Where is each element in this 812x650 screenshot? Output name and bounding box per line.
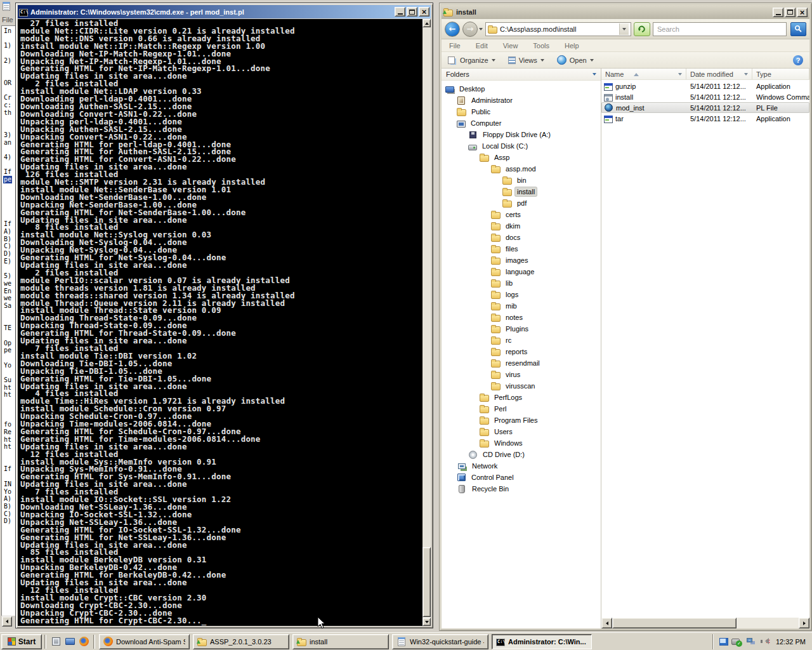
- column-filter-caret-icon[interactable]: [678, 73, 682, 77]
- explorer-close-button[interactable]: [797, 8, 808, 17]
- views-button[interactable]: Views: [508, 56, 544, 64]
- tree-item[interactable]: notes: [442, 312, 601, 323]
- tree-item[interactable]: Floppy Disk Drive (A:): [442, 129, 601, 140]
- open-button[interactable]: Open: [557, 55, 594, 65]
- start-button[interactable]: Start: [1, 634, 42, 649]
- scroll-left-button[interactable]: [601, 618, 612, 628]
- tree-item[interactable]: Administrator: [442, 95, 601, 106]
- tree-item[interactable]: rc: [442, 335, 601, 346]
- tree-item[interactable]: Local Disk (C:): [442, 140, 601, 152]
- tree-item[interactable]: images: [442, 255, 601, 266]
- scroll-up-button[interactable]: [422, 19, 431, 27]
- organize-button[interactable]: Organize: [448, 56, 495, 64]
- file-row[interactable]: tar 5/14/2011 12:12... Application: [601, 113, 809, 124]
- tree-item[interactable]: resendmail: [442, 357, 601, 369]
- menu-item[interactable]: File: [449, 42, 461, 50]
- tree-item[interactable]: language: [442, 266, 601, 277]
- forward-button[interactable]: →: [462, 22, 478, 37]
- file-type: Windows Comma: [752, 93, 809, 101]
- quicklaunch-firefox-icon[interactable]: [77, 635, 90, 648]
- tree-item[interactable]: bin: [442, 175, 601, 186]
- taskbar-task-button[interactable]: ASSP_2.0.1_3.0.23: [193, 634, 289, 649]
- tree-item[interactable]: PerfLogs: [442, 392, 601, 403]
- tree-item[interactable]: Users: [442, 426, 601, 437]
- scroll-down-button[interactable]: [422, 618, 431, 626]
- explorer-title-bar[interactable]: install: [442, 5, 809, 19]
- cmd-maximize-button[interactable]: [407, 7, 417, 17]
- volume-muted-icon[interactable]: ✕: [761, 637, 770, 646]
- tree-item[interactable]: Computer: [442, 117, 601, 129]
- column-date-modified[interactable]: Date modified: [686, 69, 752, 79]
- tree-item[interactable]: Control Panel: [442, 472, 601, 483]
- tree-item[interactable]: Plugins: [442, 323, 601, 335]
- explorer-minimize-button[interactable]: [773, 8, 783, 17]
- remote-desktop-tray-icon[interactable]: [719, 638, 728, 646]
- scrollbar-thumb[interactable]: [422, 547, 431, 617]
- tree-item[interactable]: virus: [442, 369, 601, 380]
- file-row[interactable]: install 5/14/2011 12:12... Windows Comma: [601, 91, 809, 102]
- taskbar-clock[interactable]: 12:32 PM: [773, 638, 806, 646]
- help-button[interactable]: ?: [793, 55, 803, 65]
- chevron-down-icon: [492, 59, 495, 63]
- tree-item[interactable]: mib: [442, 300, 601, 312]
- terminal-scrollbar[interactable]: [422, 19, 431, 626]
- tree-item[interactable]: certs: [442, 209, 601, 220]
- cmd-title-bar[interactable]: Administrator: C:\Windows\system32\cmd.e…: [18, 5, 431, 18]
- history-caret-icon[interactable]: [479, 28, 483, 32]
- refresh-button[interactable]: [634, 22, 650, 36]
- tree-item[interactable]: assp.mod: [442, 163, 601, 175]
- address-bar[interactable]: C:\Assp\assp.mod\install: [485, 22, 631, 36]
- network-tray-icon[interactable]: [747, 638, 752, 642]
- safely-remove-hardware-icon[interactable]: [731, 639, 740, 645]
- tree-item[interactable]: Windows: [442, 437, 601, 449]
- tree-item[interactable]: install: [442, 186, 601, 197]
- quicklaunch-show-desktop-icon[interactable]: [63, 635, 76, 648]
- taskbar-task-button[interactable]: Download Anti-Spam SM...: [99, 634, 190, 649]
- menu-item[interactable]: Help: [565, 42, 579, 50]
- menu-item[interactable]: View: [503, 42, 518, 50]
- tree-item[interactable]: virusscan: [442, 380, 601, 392]
- tree-item[interactable]: Program Files: [442, 415, 601, 426]
- tree-item[interactable]: Public: [442, 106, 601, 117]
- tree-item[interactable]: logs: [442, 289, 601, 300]
- notepad-scroll-left-button[interactable]: [2, 616, 12, 627]
- cmd-close-button[interactable]: [419, 7, 429, 17]
- quicklaunch-server-icon[interactable]: [49, 635, 62, 648]
- taskbar-task-button[interactable]: Administrator: C:\Win...: [492, 634, 592, 649]
- scrollbar-thumb[interactable]: [612, 618, 737, 628]
- tree-item[interactable]: lib: [442, 277, 601, 289]
- file-row[interactable]: gunzip 5/14/2011 12:12... Application: [601, 81, 809, 91]
- tree-item[interactable]: Assp: [442, 152, 601, 163]
- tree-item[interactable]: docs: [442, 232, 601, 243]
- menu-item[interactable]: Tools: [533, 42, 549, 50]
- folders-header[interactable]: Folders: [442, 69, 601, 81]
- horizontal-scrollbar[interactable]: [601, 618, 809, 628]
- back-button[interactable]: ←: [445, 22, 460, 37]
- taskbar-task-button[interactable]: install: [292, 634, 389, 649]
- explorer-maximize-button[interactable]: [785, 8, 796, 17]
- tree-item[interactable]: reports: [442, 346, 601, 357]
- tree-item[interactable]: Network: [442, 460, 601, 472]
- address-dropdown-button[interactable]: [619, 23, 629, 35]
- scroll-right-button[interactable]: [799, 618, 809, 628]
- tree-item[interactable]: Desktop: [442, 83, 601, 95]
- tree-item-label: PerfLogs: [492, 393, 524, 402]
- tree-item[interactable]: pdf: [442, 197, 601, 209]
- explorer-window-icon: [443, 10, 453, 17]
- tree-item[interactable]: Recycle Bin: [442, 483, 601, 494]
- search-button[interactable]: [790, 22, 806, 36]
- column-type[interactable]: Type: [752, 69, 809, 79]
- tree-item[interactable]: dkim: [442, 220, 601, 232]
- taskbar-task-button[interactable]: Win32-quickstart-guide -...: [392, 634, 488, 649]
- cmd-minimize-button[interactable]: [395, 7, 405, 17]
- tree-item[interactable]: Perl: [442, 403, 601, 415]
- tree-item[interactable]: files: [442, 243, 601, 255]
- search-input[interactable]: Search: [653, 22, 787, 36]
- terminal[interactable]: 27 files installed module Net::CIDR::Lit…: [18, 19, 431, 626]
- column-name[interactable]: Name: [601, 69, 686, 79]
- tree-item[interactable]: CD Drive (D:): [442, 449, 601, 460]
- menu-item[interactable]: Edit: [476, 42, 488, 50]
- notepad-file-menu[interactable]: File: [2, 16, 13, 23]
- file-row[interactable]: mod_inst 5/14/2011 12:12... PL File: [601, 102, 809, 113]
- column-filter-caret-icon[interactable]: [744, 73, 748, 77]
